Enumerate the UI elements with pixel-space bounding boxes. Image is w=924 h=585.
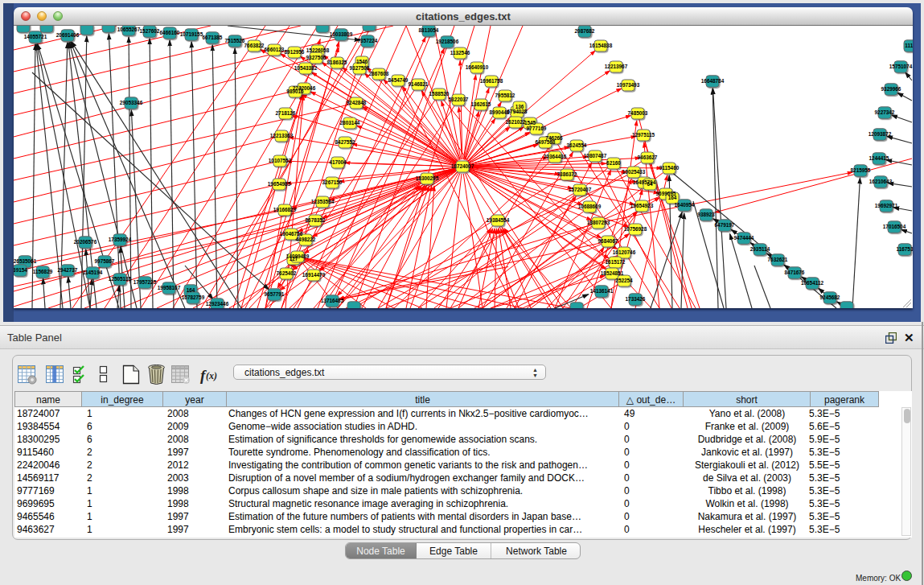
svg-text:417004: 417004 [329, 159, 347, 165]
svg-text:19384554: 19384554 [487, 217, 510, 223]
svg-text:4498222: 4498222 [296, 237, 316, 242]
svg-text:18300295: 18300295 [416, 175, 439, 181]
svg-text:16914479: 16914479 [302, 272, 326, 278]
svg-text:2718126: 2718126 [276, 110, 296, 116]
svg-text:252254: 252254 [615, 278, 633, 283]
svg-text:1527602: 1527602 [140, 28, 160, 34]
svg-text:19958107: 19958107 [158, 285, 181, 290]
svg-text:10973493: 10973493 [617, 82, 640, 88]
svg-text:1545: 1545 [524, 120, 536, 126]
svg-text:1112: 1112 [905, 43, 913, 48]
svg-text:12505135: 12505135 [109, 276, 132, 282]
svg-text:7386372: 7386372 [557, 171, 577, 177]
svg-text:1615172: 1615172 [606, 259, 626, 265]
svg-text:8186325: 8186325 [327, 60, 347, 65]
svg-text:18807293: 18807293 [587, 220, 610, 225]
svg-text:9227342: 9227342 [875, 109, 895, 115]
svg-text:19654985: 19654985 [268, 181, 291, 187]
svg-text:7625402: 7625402 [277, 270, 297, 276]
svg-text:10688609: 10688609 [578, 204, 602, 209]
svg-text:1640954: 1640954 [675, 202, 695, 208]
svg-text:6671385: 6671385 [203, 35, 223, 40]
svg-text:29053346: 29053346 [120, 100, 143, 105]
svg-text:19654923: 19654923 [630, 203, 654, 208]
svg-text:16154838: 16154838 [589, 43, 613, 48]
svg-text:8678352: 8678352 [306, 217, 326, 223]
svg-text:8912956: 8912956 [285, 49, 305, 55]
svg-text:16648784: 16648784 [701, 78, 725, 84]
svg-text:62160: 62160 [606, 160, 621, 166]
svg-text:6660123: 6660123 [265, 47, 285, 52]
svg-text:6479197: 6479197 [715, 222, 735, 228]
svg-text:9329966: 9329966 [881, 86, 901, 92]
svg-text:18524851: 18524851 [601, 270, 624, 276]
svg-text:10807487: 10807487 [584, 153, 607, 159]
svg-text:2935114: 2935114 [750, 246, 770, 252]
svg-text:9657791: 9657791 [265, 291, 285, 297]
svg-text:7955812: 7955812 [495, 93, 515, 98]
svg-text:9115460: 9115460 [659, 165, 680, 171]
svg-text:10543382: 10543382 [294, 65, 318, 71]
svg-text:7485003: 7485003 [628, 110, 648, 116]
svg-text:10107552: 10107552 [269, 158, 292, 163]
svg-text:7357224: 7357224 [358, 38, 378, 43]
svg-text:16210643: 16210643 [869, 179, 893, 184]
svg-text:12093872: 12093872 [869, 131, 892, 137]
svg-text:64: 64 [647, 181, 653, 187]
svg-text:9684067: 9684067 [598, 238, 618, 244]
svg-text:9777169: 9777169 [527, 126, 547, 131]
svg-text:16782759: 16782759 [182, 295, 205, 300]
svg-text:13716485: 13716485 [321, 298, 344, 303]
svg-text:18724007: 18724007 [451, 163, 474, 169]
svg-text:9474444: 9474444 [734, 235, 754, 241]
svg-text:2867608: 2867608 [369, 71, 389, 76]
svg-text:2942737: 2942737 [58, 267, 78, 273]
svg-text:164: 164 [187, 287, 195, 293]
svg-text:19692971: 19692971 [875, 203, 898, 208]
svg-text:19218506: 19218506 [436, 39, 459, 44]
svg-text:7663822: 7663822 [244, 43, 265, 48]
svg-text:9327508: 9327508 [350, 65, 370, 71]
svg-text:17359924: 17359924 [109, 237, 132, 242]
svg-text:(x): (x) [206, 370, 217, 381]
svg-text:2087682: 2087682 [575, 28, 595, 34]
svg-text:16961758: 16961758 [480, 78, 503, 84]
svg-text:989016: 989016 [286, 89, 304, 94]
svg-text:10655267: 10655267 [117, 27, 141, 32]
svg-text:7515526: 7515526 [225, 38, 245, 43]
svg-text:9242848: 9242848 [347, 100, 367, 105]
svg-text:12975115: 12975115 [632, 132, 655, 138]
svg-text:8427552: 8427552 [335, 139, 355, 145]
svg-text:9975867: 9975867 [95, 258, 115, 264]
svg-text:14136141: 14136141 [590, 288, 614, 294]
svg-text:1362615: 1362615 [471, 101, 491, 107]
svg-text:116753: 116753 [897, 246, 913, 252]
svg-text:3624554: 3624554 [567, 142, 587, 148]
svg-text:17957225: 17957225 [133, 279, 157, 285]
svg-text:9245682: 9245682 [820, 295, 840, 300]
svg-text:1546: 1546 [356, 59, 368, 64]
svg-text:20206576: 20206576 [74, 239, 97, 245]
svg-text:12353594: 12353594 [311, 199, 335, 204]
svg-text:8454749: 8454749 [388, 77, 409, 83]
svg-text:7632621: 7632621 [768, 257, 788, 262]
svg-text:17016504: 17016504 [883, 224, 906, 229]
svg-text:9146821: 9146821 [409, 81, 429, 87]
svg-text:938923: 938923 [697, 212, 715, 217]
svg-text:19166829: 19166829 [273, 207, 297, 212]
svg-text:6794028: 6794028 [507, 109, 528, 114]
svg-text:6497568: 6497568 [536, 139, 556, 145]
svg-text:15751074: 15751074 [889, 64, 913, 69]
svg-text:10654112: 10654112 [801, 280, 824, 286]
svg-text:12213967: 12213967 [605, 64, 628, 69]
svg-text:9327506: 9327506 [306, 55, 326, 60]
svg-text:3267150: 3267150 [322, 179, 343, 185]
svg-text:12923446: 12923446 [206, 301, 229, 307]
svg-text:16033809: 16033809 [330, 31, 353, 37]
svg-text:1621022: 1621022 [506, 119, 526, 125]
svg-text:10046756: 10046756 [280, 231, 303, 237]
svg-text:1244415: 1244415 [869, 155, 889, 161]
svg-text:39154: 39154 [14, 267, 27, 273]
svg-text:8215955: 8215955 [851, 167, 871, 173]
svg-text:136: 136 [515, 104, 524, 109]
